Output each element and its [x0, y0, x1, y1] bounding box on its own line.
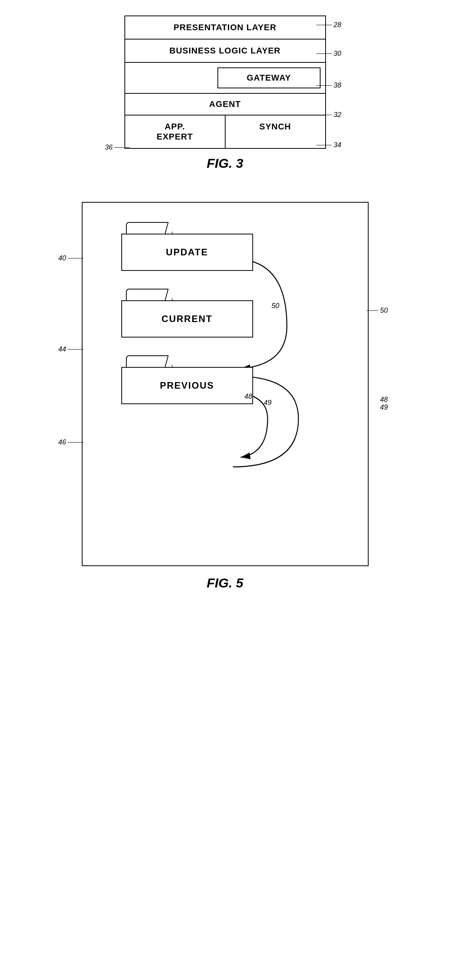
- ref-44: 44: [59, 345, 83, 353]
- update-folder-body: UPDATE: [121, 234, 253, 271]
- folders-container: UPDATE CURRENT: [114, 222, 345, 404]
- synch-label: SYNCH: [259, 122, 291, 131]
- business-layer-label: BUSINESS LOGIC LAYER: [169, 46, 281, 55]
- fig5-outer-box: UPDATE CURRENT: [82, 202, 369, 566]
- bottom-row: APP.EXPERT SYNCH: [124, 115, 326, 149]
- ref-34: 34: [316, 141, 341, 149]
- gateway-box: GATEWAY: [217, 67, 321, 88]
- presentation-layer-label: PRESENTATION LAYER: [174, 22, 277, 32]
- ref-44-label: 44: [59, 345, 66, 353]
- ref-32: 32: [316, 111, 341, 119]
- update-folder-wrapper: UPDATE: [114, 222, 345, 271]
- ref-40: 40: [59, 254, 83, 262]
- ref-49-label: 49: [380, 403, 388, 412]
- previous-folder-body: PREVIOUS: [121, 367, 253, 404]
- ref-40-label: 40: [59, 254, 66, 262]
- previous-label: PREVIOUS: [160, 380, 214, 391]
- ref-28: 28: [316, 21, 341, 29]
- fig3-title: FIG. 3: [207, 156, 243, 171]
- ref-46: 46: [59, 438, 83, 446]
- fig3-section: PRESENTATION LAYER BUSINESS LOGIC LAYER …: [0, 16, 450, 171]
- update-label: UPDATE: [166, 247, 208, 257]
- fig3-diagram: PRESENTATION LAYER BUSINESS LOGIC LAYER …: [124, 16, 326, 149]
- current-folder-tab: [126, 289, 172, 300]
- ref-30: 30: [316, 50, 341, 58]
- ref-34-label: 34: [333, 141, 341, 149]
- ref-50-inside: 50: [272, 302, 279, 310]
- agent-label: AGENT: [209, 99, 241, 109]
- update-folder: UPDATE: [121, 222, 253, 271]
- current-label: CURRENT: [162, 313, 212, 324]
- current-folder-wrapper: CURRENT: [114, 289, 345, 338]
- ref-48-inside: 48: [245, 393, 252, 401]
- ref-38: 38: [316, 81, 341, 90]
- ref-30-label: 30: [333, 50, 341, 58]
- ref-36: 36: [105, 143, 130, 152]
- ref-38-label: 38: [333, 81, 341, 90]
- previous-folder-tab: [126, 355, 172, 367]
- previous-folder: PREVIOUS: [121, 355, 253, 404]
- ref-28-label: 28: [333, 21, 341, 29]
- synch-box: SYNCH: [226, 115, 325, 148]
- ref-50: 50: [367, 307, 388, 315]
- app-expert-box: APP.EXPERT: [125, 115, 226, 148]
- ref-32-label: 32: [333, 111, 341, 119]
- current-folder-body: CURRENT: [121, 300, 253, 338]
- ref-49-inside: 49: [264, 399, 272, 407]
- app-expert-label: APP.EXPERT: [157, 122, 193, 141]
- ref-48: 48: [380, 396, 388, 404]
- ref-48-label: 48: [380, 396, 388, 404]
- ref-50-label: 50: [380, 307, 388, 315]
- business-layer-box: BUSINESS LOGIC LAYER: [124, 40, 326, 63]
- agent-box: AGENT: [125, 93, 325, 115]
- update-folder-tab: [126, 222, 172, 234]
- fig5-section: UPDATE CURRENT: [0, 202, 450, 591]
- gateway-agent-outer: GATEWAY AGENT: [124, 63, 326, 115]
- fig5-wrapper: UPDATE CURRENT: [82, 202, 369, 566]
- ref-49: 49: [380, 403, 388, 412]
- previous-folder-wrapper: PREVIOUS: [114, 355, 345, 404]
- ref-36-label: 36: [105, 143, 113, 152]
- fig5-title: FIG. 5: [207, 575, 243, 591]
- current-folder: CURRENT: [121, 289, 253, 338]
- gateway-label: GATEWAY: [247, 73, 291, 83]
- ref-46-label: 46: [59, 438, 66, 446]
- presentation-layer-box: PRESENTATION LAYER: [124, 16, 326, 40]
